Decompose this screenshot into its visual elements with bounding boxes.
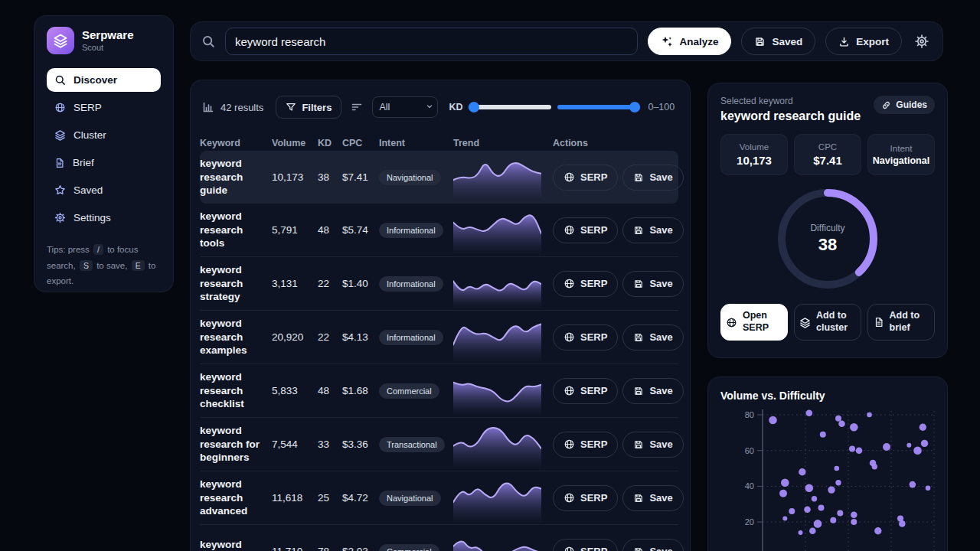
intent-badge: Informational (379, 276, 443, 292)
add-to-brief-button[interactable]: Add to brief (867, 304, 935, 341)
open-serp-button[interactable]: Open SERP (720, 304, 788, 341)
volume-cell: 10,173 (272, 171, 318, 183)
save-label: Save (649, 385, 672, 396)
sidebar-item-saved[interactable]: Saved (47, 178, 161, 202)
export-button[interactable]: Export (825, 28, 902, 55)
guides-button[interactable]: Guides (874, 96, 935, 114)
table-row[interactable]: keyword research strategy3,13122$1.40Inf… (200, 256, 678, 310)
keyword-cell: keyword research (200, 538, 272, 551)
table-row[interactable]: keyword research tools5,79148$5.74Inform… (200, 204, 678, 256)
kbd-slash: / (93, 244, 103, 255)
intent-filter-select[interactable]: All (372, 96, 438, 118)
table-row[interactable]: keyword research examples20,92022$4.13In… (200, 310, 678, 364)
save-button[interactable]: Save (622, 324, 683, 350)
layers-icon (799, 317, 811, 328)
kbd-e: E (132, 260, 145, 271)
keyword-cell: keyword research strategy (200, 263, 272, 304)
column-header-actions: Actions (553, 138, 678, 148)
gauge-label: Difficulty (810, 223, 844, 233)
search-input[interactable] (225, 28, 638, 55)
save-label: Save (649, 278, 672, 289)
save-icon (633, 386, 644, 396)
action-label: Add to brief (890, 310, 929, 334)
svg-text:20: 20 (745, 517, 754, 527)
star-icon (54, 184, 66, 196)
table-row[interactable]: keyword research advanced11,61825$4.72Na… (200, 471, 678, 524)
settings-gear-button[interactable] (912, 31, 932, 51)
save-button[interactable]: Save (622, 271, 683, 297)
serp-button[interactable]: SERP (553, 324, 618, 350)
analyze-label: Analyze (679, 36, 718, 47)
save-label: Save (649, 171, 672, 183)
layers-icon (53, 33, 68, 48)
sidebar-item-label: Brief (73, 157, 94, 168)
serp-button[interactable]: SERP (553, 217, 618, 243)
sidebar-item-settings[interactable]: Settings (47, 206, 161, 230)
save-button[interactable]: Save (622, 485, 683, 511)
stat-card-cpc: CPC$7.41 (794, 134, 861, 175)
table-row[interactable]: keyword research guide10,17338$7.41Navig… (200, 151, 678, 204)
serp-button[interactable]: SERP (553, 378, 618, 404)
brand-subtitle: Scout (82, 43, 134, 52)
cpc-cell: $4.72 (342, 492, 379, 504)
cpc-cell: $3.36 (342, 439, 379, 450)
serp-button[interactable]: SERP (553, 165, 618, 191)
table-row[interactable]: keyword research checklist5,83348$1.68Co… (200, 364, 678, 417)
results-count: 42 results (220, 102, 263, 113)
serp-button[interactable]: SERP (553, 539, 618, 551)
scatter-title: Volume vs. Difficulty (720, 390, 935, 402)
stat-card-volume: Volume10,173 (720, 134, 788, 175)
saved-button[interactable]: Saved (741, 28, 815, 55)
save-icon (633, 332, 644, 343)
trend-sparkline (453, 207, 553, 254)
serp-button[interactable]: SERP (553, 485, 618, 511)
column-header-kd: KD (318, 138, 342, 148)
cpc-cell: $5.74 (342, 224, 379, 236)
serp-label: SERP (580, 278, 607, 289)
save-button[interactable]: Save (622, 432, 683, 458)
sidebar-nav: DiscoverSERPClusterBriefSavedSettings (47, 68, 161, 230)
serp-button[interactable]: SERP (553, 271, 618, 297)
serp-label: SERP (580, 224, 607, 236)
analyze-button[interactable]: Analyze (648, 28, 731, 55)
globe-icon (564, 278, 575, 289)
kd-cell: 22 (318, 278, 342, 289)
gear-icon (915, 34, 929, 48)
search-icon (54, 74, 66, 86)
keyword-cell: keyword research advanced (200, 478, 272, 518)
sidebar-item-discover[interactable]: Discover (47, 68, 161, 92)
table-row[interactable]: keyword research for beginners7,54433$3.… (200, 417, 678, 471)
keyword-cell: keyword research checklist (200, 370, 272, 411)
sort-icon[interactable] (349, 99, 364, 115)
funnel-icon (286, 102, 296, 112)
save-label: Save (649, 439, 672, 450)
serp-label: SERP (580, 385, 607, 396)
saved-label: Saved (772, 36, 802, 47)
save-button[interactable]: Save (622, 217, 683, 243)
kd-min-slider[interactable] (469, 105, 551, 109)
add-to-cluster-button[interactable]: Add to cluster (794, 304, 861, 341)
filters-button[interactable]: Filters (276, 96, 341, 119)
table-row[interactable]: keyword research11,71078$2.03CommercialS… (200, 524, 678, 551)
intent-badge: Navigational (379, 491, 441, 506)
globe-icon (564, 331, 575, 343)
save-icon (633, 172, 644, 183)
save-icon (633, 279, 644, 289)
trend-sparkline (453, 260, 553, 308)
kd-max-slider[interactable] (557, 105, 640, 109)
globe-icon (54, 102, 66, 113)
serp-label: SERP (580, 331, 607, 343)
table-toolbar: 42 results Filters All KD 0–100 (200, 96, 678, 119)
save-button[interactable]: Save (622, 165, 683, 191)
sidebar-item-brief[interactable]: Brief (47, 151, 161, 174)
download-icon (838, 36, 850, 47)
kd-cell: 38 (318, 171, 342, 183)
sidebar-item-serp[interactable]: SERP (47, 96, 161, 119)
stat-value: 10,173 (737, 154, 772, 167)
save-button[interactable]: Save (622, 539, 683, 551)
save-button[interactable]: Save (622, 378, 683, 404)
kbd-s: S (80, 260, 93, 271)
topbar: Analyze Saved Export (190, 21, 943, 61)
sidebar-item-cluster[interactable]: Cluster (47, 123, 161, 147)
serp-button[interactable]: SERP (553, 432, 618, 458)
